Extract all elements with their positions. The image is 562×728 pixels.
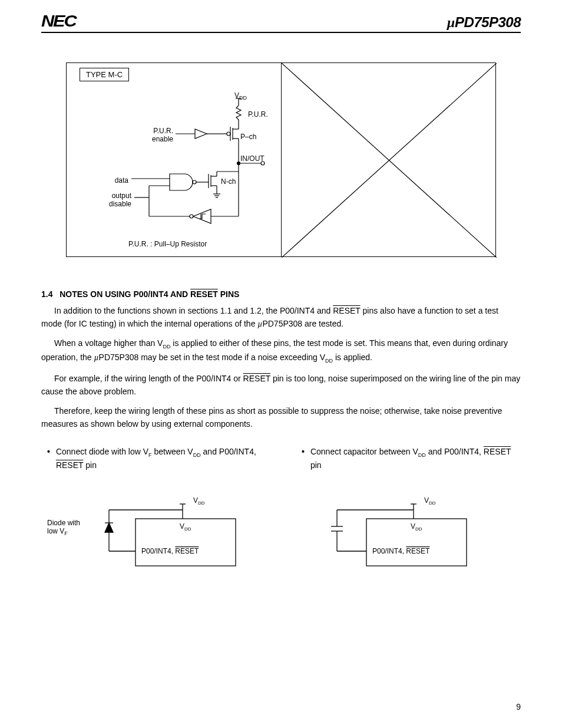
capacitor-diagram: VDD VDD P00/INT4, RESET (302, 486, 496, 575)
diode-diagram: VDD VDD P00/INT4, RESET Diode withlow VF (47, 486, 242, 575)
vdd-outer-label: VDD (193, 496, 205, 506)
diode-label: Diode withlow VF (47, 519, 100, 538)
paragraph-3: For example, if the wiring length of the… (41, 373, 521, 398)
section-heading: 1.4 NOTES ON USING P00/INT4 AND RESET PI… (41, 289, 521, 299)
paragraph-2: When a voltage higher than VDD is applie… (41, 337, 521, 365)
bullet-text-left: Connect diode with low VF between VDD an… (56, 446, 260, 472)
part-number-text: PD75P308 (455, 14, 521, 30)
svg-point-27 (193, 180, 196, 184)
bullet-text-right: Connect capacitor between VDD and P00/IN… (310, 446, 515, 472)
vdd-outer-label-r: VDD (424, 496, 436, 506)
pin-label-left: P00/INT4, RESET (141, 547, 199, 555)
bullet-dot: • (47, 446, 50, 472)
pin-label-right: P00/INT4, RESET (372, 547, 430, 555)
paragraph-1: In addition to the functions shown in se… (41, 305, 521, 330)
heading-part-b: PINS (218, 289, 240, 299)
vdd-inner-label: VDD (180, 522, 191, 532)
mu-glyph: µ (447, 15, 455, 30)
heading-reset: RESET (190, 289, 218, 299)
bullet-dot: • (302, 446, 305, 472)
part-number: µPD75P308 (447, 14, 521, 31)
svg-rect-41 (135, 519, 236, 566)
col-diode: • Connect diode with low VF between VDD … (47, 446, 260, 575)
svg-rect-50 (366, 519, 467, 566)
svg-point-7 (227, 132, 230, 136)
paragraph-4: Therefore, keep the wiring length of the… (41, 405, 521, 430)
nec-logo: NEC (41, 12, 75, 31)
svg-marker-46 (105, 523, 113, 532)
page-header: NEC µPD75P308 (41, 12, 521, 33)
measures-columns: • Connect diode with low VF between VDD … (41, 446, 521, 575)
svg-point-15 (261, 162, 265, 165)
heading-part-a: NOTES ON USING P00/INT4 AND (59, 289, 190, 299)
section-number: 1.4 (41, 289, 52, 299)
crossed-out-icon (282, 63, 497, 258)
svg-marker-9 (195, 129, 207, 139)
page-number: 9 (516, 702, 521, 711)
vdd-inner-label-r: VDD (411, 522, 422, 532)
col-capacitor: • Connect capacitor between VDD and P00/… (302, 446, 515, 575)
circuit-diagram: TYPE M-C VDD P.U.R. P.U.R.enable P–ch IN… (41, 62, 521, 257)
circuit-svg (67, 63, 282, 258)
